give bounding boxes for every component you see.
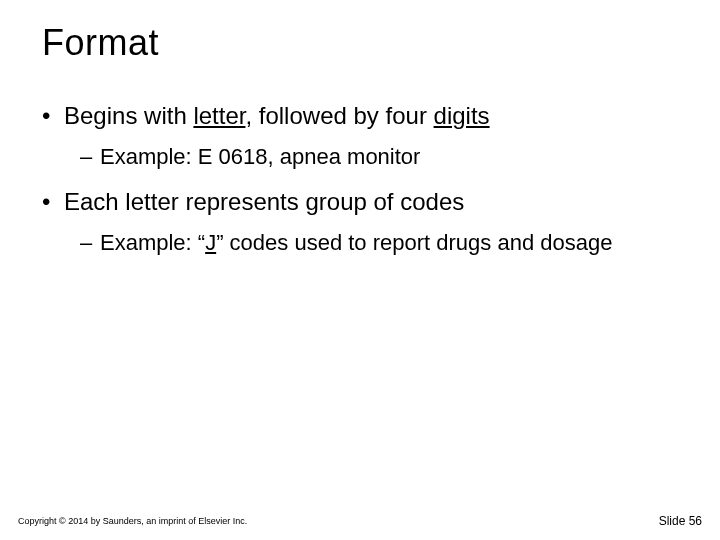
underlined-text: digits — [434, 102, 490, 129]
underlined-text: J — [205, 230, 216, 255]
sub-bullet-item: – Example: E 0618, apnea monitor — [80, 142, 678, 172]
slide-number: Slide 56 — [659, 514, 702, 528]
underlined-text: letter — [193, 102, 245, 129]
slide: Format • Begins with letter, followed by… — [0, 0, 720, 540]
bullet-text: Begins with letter, followed by four dig… — [64, 100, 678, 132]
bullet-marker: • — [42, 186, 64, 218]
text-fragment: Begins with — [64, 102, 193, 129]
bullet-text: Each letter represents group of codes — [64, 186, 678, 218]
bullet-marker: • — [42, 100, 64, 132]
text-fragment: Example: “ — [100, 230, 205, 255]
text-fragment: ” codes used to report drugs and dosage — [216, 230, 612, 255]
sub-bullet-item: – Example: “J” codes used to report drug… — [80, 228, 678, 258]
sub-bullet-text: Example: “J” codes used to report drugs … — [100, 228, 678, 258]
slide-body: • Begins with letter, followed by four d… — [42, 100, 678, 272]
slide-title: Format — [42, 22, 159, 64]
dash-marker: – — [80, 228, 100, 258]
dash-marker: – — [80, 142, 100, 172]
bullet-item: • Begins with letter, followed by four d… — [42, 100, 678, 132]
copyright-text: Copyright © 2014 by Saunders, an imprint… — [18, 516, 247, 526]
bullet-item: • Each letter represents group of codes — [42, 186, 678, 218]
text-fragment: , followed by four — [245, 102, 433, 129]
sub-bullet-text: Example: E 0618, apnea monitor — [100, 142, 678, 172]
